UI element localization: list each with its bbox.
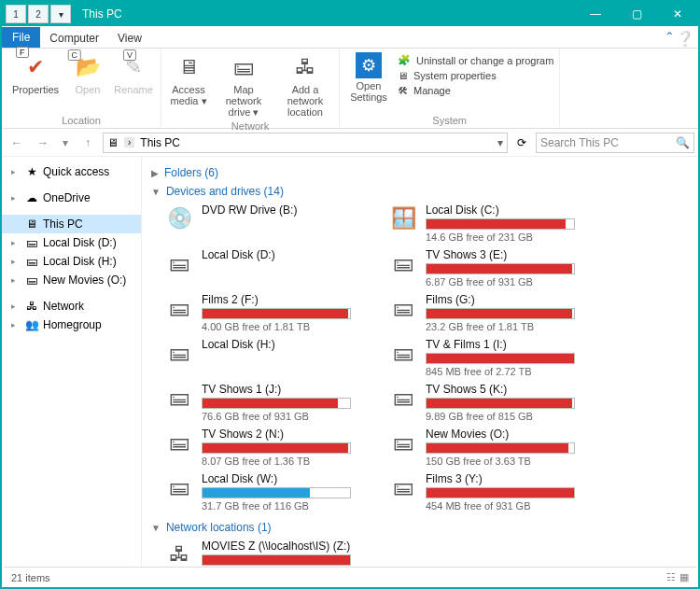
expand-icon[interactable]: ▸ (11, 275, 21, 285)
drive-name: Local Disk (D:) (202, 248, 370, 261)
chevron-right-icon: ▶ (151, 168, 159, 178)
qat-dropdown[interactable]: ▾ (50, 5, 71, 23)
sidebar-item-onedrive[interactable]: ▸☁OneDrive (2, 189, 141, 207)
expand-icon[interactable]: ▸ (11, 193, 21, 203)
access-media-button[interactable]: 🖥Access media ▾ (167, 52, 210, 107)
drive-item[interactable]: 🖴Films 3 (Y:)454 MB free of 931 GB (388, 472, 594, 512)
sysprops-label: System properties (413, 70, 497, 81)
drive-free: 4.00 GB free of 1.81 TB (202, 321, 370, 332)
keytip-view: V (123, 49, 136, 61)
drive-item[interactable]: 🖴Films (G:)23.2 GB free of 1.81 TB (388, 293, 594, 332)
up-button[interactable]: ↑ (77, 132, 99, 154)
drive-free: 454 MB free of 931 GB (426, 500, 594, 512)
usage-bar (202, 398, 351, 409)
sidebar-icon: 🖴 (24, 255, 39, 268)
tab-view-label: View (118, 32, 142, 45)
drive-free: 31.7 GB free of 116 GB (202, 500, 370, 512)
titlebar: 1 2 ▾ This PC — ▢ ✕ (2, 2, 698, 26)
drive-icon: 🖴 (164, 383, 194, 413)
details-view-button[interactable]: ☷ (666, 571, 676, 583)
forward-button[interactable]: → (32, 132, 54, 154)
search-placeholder: Search This PC (540, 136, 676, 149)
section-devices-label: Devices and drives (14) (166, 185, 284, 198)
uninstall-label: Uninstall or change a program (416, 55, 553, 66)
map-drive-button[interactable]: 🖴Map network drive ▾ (216, 52, 272, 119)
refresh-button[interactable]: ⟳ (511, 133, 532, 153)
usage-bar (426, 218, 575, 230)
window-title: This PC (82, 7, 575, 21)
usage-bar (202, 308, 351, 319)
drive-name: Local Disk (W:) (202, 472, 370, 485)
section-folders[interactable]: ▶Folders (6) (151, 166, 689, 179)
expand-icon[interactable]: ▸ (11, 238, 21, 247)
section-network[interactable]: ▼Network locations (1) (151, 521, 689, 534)
sidebar-icon: 👥 (24, 318, 39, 331)
sidebar-label: OneDrive (43, 191, 91, 204)
drive-name: New Movies (O:) (426, 428, 594, 441)
qat-btn-2[interactable]: 2 (28, 5, 49, 23)
drive-item[interactable]: 🖴TV Shows 1 (J:)76.6 GB free of 931 GB (164, 383, 370, 422)
netloc-grid: 🖧MOVIES Z (\\localhost\IS) (Z:)845 MB fr… (164, 540, 689, 568)
tab-computer[interactable]: Computer C (40, 29, 108, 48)
ribbon-collapse-icon[interactable]: ˆ (667, 31, 672, 48)
open-settings-label: Open Settings (345, 80, 392, 103)
breadcrumb-chevron[interactable]: › (124, 137, 134, 147)
back-button[interactable]: ← (6, 132, 28, 154)
tab-view[interactable]: View V (108, 29, 151, 48)
section-folders-label: Folders (6) (164, 166, 218, 179)
ribbon-group-location: ✔Properties 📂Open ✎Rename Location (2, 49, 161, 128)
drive-item[interactable]: 🖴Local Disk (H:) (164, 338, 370, 377)
sidebar-item-local-disk-h-[interactable]: ▸🖴Local Disk (H:) (2, 252, 141, 271)
drive-item[interactable]: 🖴TV & Films 1 (I:)845 MB free of 2.72 TB (388, 338, 594, 377)
drive-item[interactable]: 🖴New Movies (O:)150 GB free of 3.63 TB (388, 428, 594, 467)
properties-button[interactable]: ✔Properties (7, 52, 63, 95)
icons-view-button[interactable]: ▦ (679, 571, 689, 583)
sidebar-item-local-disk-d-[interactable]: ▸🖴Local Disk (D:) (2, 233, 141, 252)
drive-item[interactable]: 💿DVD RW Drive (B:) (164, 203, 370, 243)
ribbon-tabs: File F Computer C View V ˆ ❔ (2, 26, 698, 49)
sidebar-item-quick-access[interactable]: ▸★Quick access (2, 162, 141, 181)
drive-item[interactable]: 🪟Local Disk (C:)14.6 GB free of 231 GB (388, 203, 594, 243)
drive-item[interactable]: 🖴TV Shows 2 (N:)8.07 GB free of 1.36 TB (164, 428, 370, 467)
drive-item[interactable]: 🖴TV Shows 5 (K:)9.89 GB free of 815 GB (388, 383, 594, 422)
tab-file[interactable]: File (2, 27, 40, 48)
body: ▸★Quick access▸☁OneDrive🖥This PC▸🖴Local … (2, 157, 698, 568)
expand-icon[interactable]: ▸ (11, 320, 21, 330)
maximize-button[interactable]: ▢ (616, 2, 657, 26)
group-label-system: System (432, 113, 467, 128)
manage-button[interactable]: 🛠Manage (398, 85, 553, 96)
uninstall-button[interactable]: 🧩Uninstall or change a program (398, 54, 553, 66)
sidebar-item-this-pc[interactable]: 🖥This PC (2, 215, 141, 233)
address-dropdown-icon[interactable]: ▾ (497, 136, 503, 149)
expand-icon[interactable]: ▸ (11, 302, 21, 311)
expand-icon[interactable]: ▸ (11, 167, 21, 176)
sidebar-item-new-movies-o-[interactable]: ▸🖴New Movies (O:) (2, 271, 141, 289)
expand-icon[interactable]: ▸ (11, 257, 21, 266)
drive-item[interactable]: 🖴Local Disk (D:) (164, 248, 370, 287)
add-netloc-button[interactable]: 🖧Add a network location (277, 52, 333, 118)
drive-item[interactable]: 🖧MOVIES Z (\\localhost\IS) (Z:)845 MB fr… (164, 540, 407, 568)
breadcrumb-location[interactable]: This PC (140, 136, 180, 149)
section-devices[interactable]: ▼Devices and drives (14) (151, 185, 689, 198)
netloc-icon: 🖧 (290, 52, 320, 82)
sidebar-item-homegroup[interactable]: ▸👥Homegroup (2, 316, 141, 334)
drive-item[interactable]: 🖴Films 2 (F:)4.00 GB free of 1.81 TB (164, 293, 370, 332)
drive-item[interactable]: 🖴Local Disk (W:)31.7 GB free of 116 GB (164, 472, 370, 512)
drive-name: TV Shows 2 (N:) (202, 428, 370, 441)
open-settings-button[interactable]: ⚙Open Settings (345, 52, 392, 103)
close-button[interactable]: ✕ (657, 2, 698, 26)
minimize-button[interactable]: — (575, 2, 616, 26)
search-input[interactable]: Search This PC 🔍 (536, 133, 694, 153)
sidebar-item-network[interactable]: ▸🖧Network (2, 297, 141, 316)
address-bar[interactable]: 🖥 › This PC ▾ (103, 133, 508, 153)
sysprops-button[interactable]: 🖥System properties (398, 70, 553, 81)
drive-item[interactable]: 🖴TV Shows 3 (E:)6.87 GB free of 931 GB (388, 248, 594, 287)
history-dropdown[interactable]: ▾ (58, 132, 73, 154)
sysprops-icon: 🖥 (398, 70, 408, 81)
drive-free: 76.6 GB free of 931 GB (202, 411, 370, 422)
keytip-computer: C (67, 49, 81, 61)
help-icon[interactable]: ❔ (676, 30, 694, 48)
manage-label: Manage (413, 85, 451, 96)
media-icon: 🖥 (174, 52, 203, 82)
qat-btn-1[interactable]: 1 (6, 5, 26, 23)
